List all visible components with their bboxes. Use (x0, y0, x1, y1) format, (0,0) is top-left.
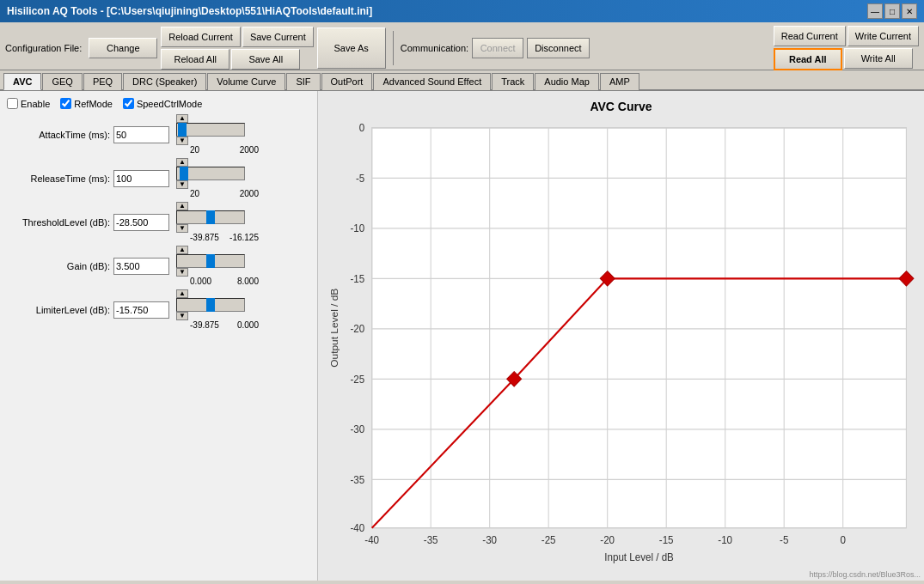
svg-text:-30: -30 (482, 534, 497, 545)
svg-text:-30: -30 (351, 423, 365, 435)
chart-title: AVC Curve (327, 100, 915, 113)
main-content: Enable RefMode SpeedCtrlMode AttackTime … (0, 91, 924, 581)
attack-label: AttackTime (ms): (7, 130, 110, 140)
toolbar: Configuration File: Change Reload Curren… (0, 22, 924, 70)
release-slider[interactable] (176, 167, 245, 180)
tab-amp[interactable]: AMP (600, 73, 639, 90)
limiter-down-btn[interactable]: ▼ (176, 312, 188, 320)
disconnect-button[interactable]: Disconnect (527, 38, 589, 58)
svg-text:-25: -25 (542, 534, 556, 545)
release-input[interactable]: 100 (113, 170, 169, 187)
tab-audio-map[interactable]: Audio Map (535, 73, 599, 90)
minimize-button[interactable]: — (867, 3, 883, 19)
window-controls: — □ ✕ (867, 3, 917, 19)
tab-geq[interactable]: GEQ (42, 73, 82, 90)
tab-outport[interactable]: OutPort (321, 73, 373, 90)
threshold-slider[interactable] (176, 210, 245, 224)
gain-min: 0.000 (190, 277, 211, 286)
release-row: ReleaseTime (ms): 100 ▲ ▼ 20 2000 (7, 158, 310, 198)
read-write-group: Read Current Write Current Read All Writ… (774, 26, 919, 70)
tab-volume-curve[interactable]: Volume Curve (207, 73, 285, 90)
attack-max: 2000 (240, 145, 259, 155)
svg-text:-5: -5 (356, 173, 365, 184)
threshold-slider-section: ▲ ▼ -39.875 -16.125 (176, 202, 259, 242)
threshold-up-btn[interactable]: ▲ (176, 202, 188, 210)
attack-up-btn[interactable]: ▲ (176, 114, 188, 123)
gain-down-btn[interactable]: ▼ (176, 268, 188, 277)
gain-slider[interactable] (176, 254, 245, 268)
attack-row: AttackTime (ms): 50 ▲ ▼ 20 2000 (7, 114, 310, 155)
window-title: Hisilicon AQ Tools - [C:\Users\qiujining… (7, 5, 372, 17)
svg-text:0: 0 (359, 122, 365, 133)
communication-label: Communication: (401, 43, 468, 53)
limiter-slider[interactable] (176, 298, 245, 312)
reload-current-button[interactable]: Reload Current (161, 27, 241, 47)
watermark: https://blog.csdn.net/Blue3Ros... (809, 570, 921, 579)
svg-text:Output Level / dB: Output Level / dB (328, 289, 340, 368)
close-button[interactable]: ✕ (902, 3, 917, 19)
svg-text:-20: -20 (600, 534, 615, 545)
speedctrl-checkbox[interactable] (123, 98, 134, 109)
tab-peq[interactable]: PEQ (83, 73, 122, 90)
refmode-label: RefMode (74, 99, 113, 109)
save-all-button[interactable]: Save All (231, 49, 300, 70)
write-current-button[interactable]: Write Current (848, 26, 919, 46)
gain-input[interactable]: 3.500 (113, 258, 169, 275)
threshold-max: -16.125 (229, 233, 259, 242)
reload-all-button[interactable]: Reload All (161, 49, 229, 70)
tab-avc[interactable]: AVC (3, 73, 41, 90)
tab-sif[interactable]: SIF (286, 73, 320, 90)
maximize-button[interactable]: □ (884, 3, 900, 19)
enable-label: Enable (21, 99, 50, 109)
config-section: Configuration File: Change (5, 38, 157, 58)
limiter-min: -39.875 (190, 320, 219, 330)
release-min: 20 (190, 189, 199, 198)
gain-row: Gain (dB): 3.500 ▲ ▼ 0.000 8.000 (7, 246, 310, 286)
release-slider-section: ▲ ▼ 20 2000 (176, 158, 259, 198)
svg-text:0: 0 (840, 534, 846, 545)
limiter-slider-section: ▲ ▼ -39.875 0.000 (176, 289, 259, 330)
save-as-button[interactable]: Save As (317, 27, 386, 69)
attack-down-btn[interactable]: ▼ (176, 137, 188, 145)
threshold-range-labels: -39.875 -16.125 (190, 233, 259, 242)
attack-input[interactable]: 50 (113, 126, 169, 143)
refmode-checkbox[interactable] (60, 98, 71, 109)
gain-up-btn[interactable]: ▲ (176, 246, 188, 254)
enable-checkbox[interactable] (7, 98, 18, 109)
config-label: Configuration File: (5, 43, 82, 53)
refmode-checkbox-item: RefMode (60, 98, 113, 109)
svg-text:-10: -10 (351, 222, 365, 234)
release-down-btn[interactable]: ▼ (176, 180, 188, 189)
gain-max: 8.000 (237, 277, 259, 286)
attack-min: 20 (190, 145, 199, 155)
attack-slider[interactable] (176, 123, 245, 137)
read-all-button[interactable]: Read All (774, 48, 842, 70)
speedctrl-label: SpeedCtrlMode (137, 99, 202, 109)
left-panel: Enable RefMode SpeedCtrlMode AttackTime … (0, 91, 318, 581)
tab-advanced-sound-effect[interactable]: Advanced Sound Effect (373, 73, 491, 90)
attack-range-labels: 20 2000 (190, 145, 259, 155)
svg-text:-20: -20 (351, 323, 365, 334)
threshold-min: -39.875 (190, 233, 219, 242)
release-up-btn[interactable]: ▲ (176, 158, 188, 167)
threshold-label: ThresholdLevel (dB): (7, 217, 110, 228)
read-current-button[interactable]: Read Current (774, 26, 846, 46)
change-button[interactable]: Change (89, 38, 157, 58)
limiter-row: LimiterLevel (dB): -15.750 ▲ ▼ -39.875 0… (7, 289, 310, 330)
tab-track[interactable]: Track (492, 73, 534, 90)
limiter-up-btn[interactable]: ▲ (176, 289, 188, 298)
threshold-down-btn[interactable]: ▼ (176, 224, 188, 233)
limiter-input[interactable]: -15.750 (113, 301, 169, 319)
tab-drc-speaker[interactable]: DRC (Speaker) (123, 73, 206, 90)
threshold-input[interactable]: -28.500 (113, 214, 169, 231)
svg-text:-15: -15 (351, 273, 365, 284)
connect-button[interactable]: Connect (472, 38, 523, 58)
svg-text:-40: -40 (364, 534, 379, 545)
attack-slider-section: ▲ ▼ 20 2000 (176, 114, 259, 155)
save-current-button[interactable]: Save Current (242, 27, 314, 47)
separator-1 (393, 31, 394, 65)
write-all-button[interactable]: Write All (844, 48, 913, 69)
speedctrl-checkbox-item: SpeedCtrlMode (123, 98, 202, 109)
release-range-labels: 20 2000 (190, 189, 259, 198)
limiter-label: LimiterLevel (dB): (7, 305, 110, 315)
